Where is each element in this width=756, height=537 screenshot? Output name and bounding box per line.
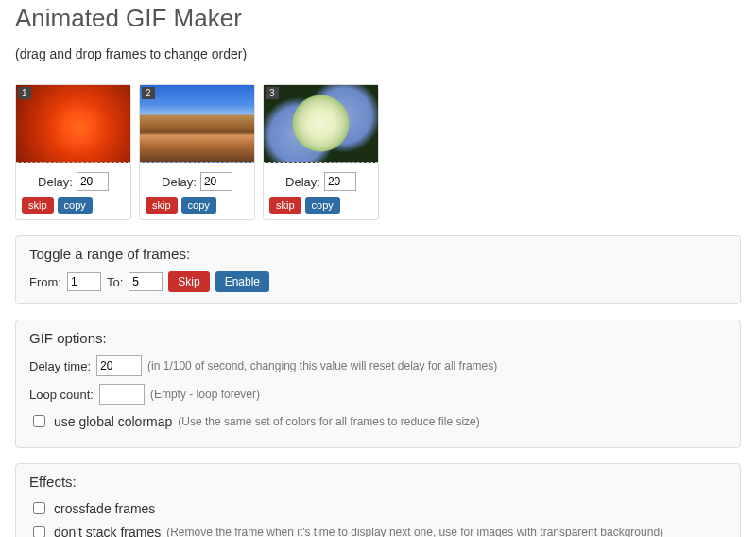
frame-card[interactable]: 2 Delay: skip copy <box>139 84 255 220</box>
copy-button[interactable]: copy <box>181 197 216 214</box>
global-colormap-checkbox[interactable] <box>33 415 45 427</box>
delay-label: Delay: <box>162 175 197 189</box>
frame-card[interactable]: 1 Delay: skip copy <box>15 84 131 220</box>
dont-stack-hint: (Remove the frame when it's time to disp… <box>166 526 663 538</box>
loop-count-input[interactable] <box>99 384 145 405</box>
from-input[interactable] <box>67 272 101 291</box>
gif-options-title: GIF options: <box>29 330 727 346</box>
frames-strip: 1 Delay: skip copy 2 Delay: skip copy 3 … <box>15 84 741 220</box>
global-colormap-hint: (Use the same set of colors for all fram… <box>178 415 479 428</box>
effects-panel: Effects: crossfade frames don't stack fr… <box>15 463 741 537</box>
to-label: To: <box>107 275 123 289</box>
from-label: From: <box>29 275 61 289</box>
gif-options-panel: GIF options: Delay time: (in 1/100 of se… <box>15 320 741 448</box>
skip-button[interactable]: skip <box>146 197 178 214</box>
frame-index-badge: 1 <box>18 87 31 99</box>
copy-button[interactable]: copy <box>58 197 93 214</box>
skip-button[interactable]: skip <box>22 197 54 214</box>
frame-index-badge: 2 <box>142 87 155 99</box>
copy-button[interactable]: copy <box>305 197 340 214</box>
frame-thumbnail[interactable]: 2 <box>140 85 254 163</box>
dont-stack-label: don't stack frames <box>54 525 161 538</box>
page-title: Animated GIF Maker <box>15 4 741 33</box>
delay-input[interactable] <box>200 172 232 191</box>
delay-time-input[interactable] <box>96 355 142 376</box>
dont-stack-checkbox[interactable] <box>33 526 45 537</box>
delay-time-label: Delay time: <box>29 359 91 373</box>
toggle-range-panel: Toggle a range of frames: From: To: Skip… <box>15 235 741 304</box>
crossfade-label: crossfade frames <box>54 501 155 516</box>
loop-count-label: Loop count: <box>29 388 94 402</box>
global-colormap-label: use global colormap <box>54 414 172 429</box>
delay-time-hint: (in 1/100 of second, changing this value… <box>147 359 497 372</box>
skip-button[interactable]: skip <box>269 197 301 214</box>
range-enable-button[interactable]: Enable <box>215 271 269 292</box>
to-input[interactable] <box>129 272 163 291</box>
frame-thumbnail[interactable]: 3 <box>264 85 378 163</box>
range-skip-button[interactable]: Skip <box>168 271 209 292</box>
frame-thumbnail[interactable]: 1 <box>16 85 130 163</box>
delay-input[interactable] <box>77 172 109 191</box>
effects-title: Effects: <box>29 474 727 490</box>
delay-input[interactable] <box>324 172 356 191</box>
reorder-hint: (drag and drop frames to change order) <box>15 46 741 61</box>
delay-label: Delay: <box>38 175 73 189</box>
toggle-range-title: Toggle a range of frames: <box>29 246 727 262</box>
crossfade-checkbox[interactable] <box>33 502 45 514</box>
frame-card[interactable]: 3 Delay: skip copy <box>263 84 379 220</box>
frame-index-badge: 3 <box>266 87 279 99</box>
delay-label: Delay: <box>285 175 320 189</box>
loop-count-hint: (Empty - loop forever) <box>150 388 260 401</box>
